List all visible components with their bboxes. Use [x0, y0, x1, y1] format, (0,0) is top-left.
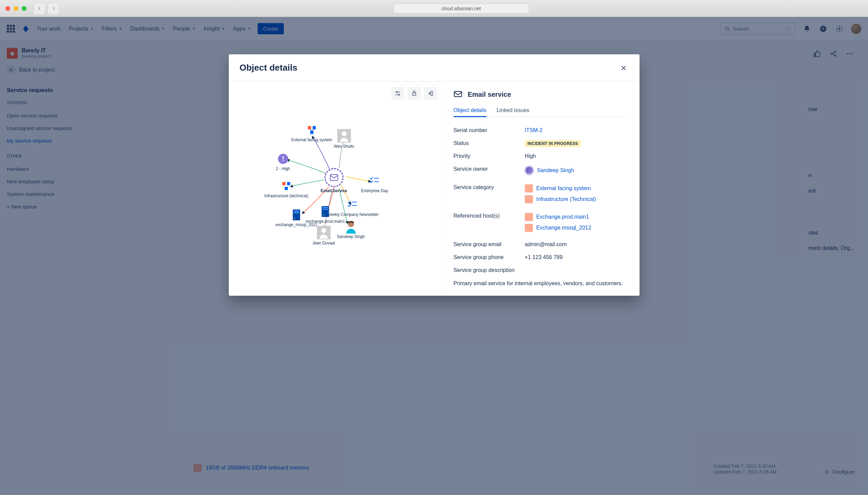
forward-button[interactable] [48, 2, 60, 15]
browser-chrome: cloud.atlassian.net [0, 0, 868, 17]
tabs: Object details Linked issues [453, 105, 629, 117]
value-priority: High [525, 153, 629, 159]
svg-rect-39 [323, 209, 328, 210]
host-chip-0[interactable]: Exchange.prod.main1 [525, 213, 629, 221]
value-email: admin@mail.com [525, 241, 629, 248]
category-icon [525, 184, 533, 192]
svg-rect-30 [282, 182, 285, 185]
svg-rect-23 [310, 131, 313, 134]
label-description: Service group description [453, 267, 515, 273]
avatar-icon [345, 221, 357, 233]
label-category: Service category [453, 184, 525, 190]
host-icon [525, 213, 533, 221]
system-icon [306, 124, 318, 136]
label-priority: Priority [453, 153, 525, 159]
close-icon [620, 65, 627, 71]
svg-rect-20 [330, 174, 338, 181]
back-button[interactable] [33, 2, 46, 15]
svg-rect-42 [294, 210, 299, 211]
server-icon [290, 209, 302, 221]
avatar-icon [525, 166, 534, 175]
label-status: Status [453, 140, 525, 146]
label-phone: Service group phone [453, 254, 525, 260]
label-hosts: Referenced host(s) [453, 213, 525, 219]
minimize-window-icon[interactable] [14, 6, 18, 11]
person-icon [317, 226, 331, 239]
svg-rect-32 [285, 187, 288, 190]
svg-rect-31 [287, 182, 290, 185]
nav-arrows [33, 2, 60, 15]
close-window-icon[interactable] [5, 6, 10, 11]
category-icon [525, 195, 533, 203]
modal-title: Object details [240, 63, 298, 73]
svg-rect-21 [308, 126, 311, 129]
host-chip-1[interactable]: Exchange.mssql_2012 [525, 224, 629, 232]
svg-text:!: ! [282, 155, 284, 162]
close-button[interactable] [619, 63, 629, 73]
object-details-modal: Object details [229, 54, 640, 296]
svg-rect-48 [454, 91, 462, 97]
value-serial[interactable]: ITSM-2 [525, 127, 629, 133]
svg-point-44 [294, 218, 295, 219]
graph-panel: Email.Service External facing system Wes… [229, 82, 442, 296]
svg-line-25 [312, 129, 314, 131]
graph-node-center[interactable]: Email.Service [320, 168, 347, 193]
svg-point-46 [322, 228, 326, 233]
mail-icon [453, 90, 463, 99]
person-icon [337, 129, 351, 142]
priority-icon: ! [277, 153, 289, 165]
svg-rect-22 [313, 126, 316, 129]
label-owner: Service owner [453, 166, 525, 172]
svg-rect-38 [323, 207, 328, 208]
label-email: Service group email [453, 241, 525, 248]
details-panel: Email service Object details Linked issu… [442, 82, 640, 296]
checklist-icon [369, 175, 381, 187]
graph-node-sandeep[interactable]: Sandeep Singh [337, 221, 365, 239]
traffic-lights [5, 6, 27, 11]
svg-point-27 [342, 131, 347, 136]
checklist-icon [347, 199, 359, 211]
system-icon [280, 180, 292, 192]
category-chip-0[interactable]: External facing system [525, 184, 629, 192]
owner-chip[interactable]: Sandeep Singh [525, 166, 629, 175]
tab-object-details[interactable]: Object details [453, 105, 486, 117]
graph-node-jean[interactable]: Jean Duvaal [312, 226, 335, 245]
graph-node-enterprise[interactable]: Enterprise Day [361, 175, 388, 193]
graph-node-priority[interactable]: ! 2 - High [276, 153, 290, 171]
graph-node-infra[interactable]: Infrastructure (technical) [264, 180, 308, 198]
label-serial: Serial number [453, 127, 525, 133]
category-chip-1[interactable]: Infrastructure (Technical) [525, 195, 629, 203]
value-description: Primary email service for internal emplo… [453, 279, 629, 288]
svg-point-40 [323, 214, 324, 216]
svg-line-24 [310, 129, 312, 131]
graph-node-exchange-mssql[interactable]: exchange_mssql_2012 [276, 209, 317, 227]
maximize-window-icon[interactable] [22, 6, 27, 11]
host-icon [525, 224, 533, 232]
url-bar[interactable]: cloud.atlassian.net [394, 3, 529, 14]
server-icon [319, 205, 331, 218]
relationship-graph[interactable]: Email.Service External facing system Wes… [236, 88, 435, 265]
tab-linked-issues[interactable]: Linked issues [497, 105, 530, 117]
status-badge: INCIDENT IN PROGRESS [525, 140, 581, 147]
graph-node-external[interactable]: External facing system [291, 124, 332, 142]
value-phone: +1 123 456 789 [525, 254, 629, 260]
svg-rect-43 [294, 212, 299, 213]
object-name: Email service [468, 91, 511, 99]
graph-node-wes[interactable]: Wes Shults [334, 129, 354, 149]
email-icon [325, 168, 344, 187]
